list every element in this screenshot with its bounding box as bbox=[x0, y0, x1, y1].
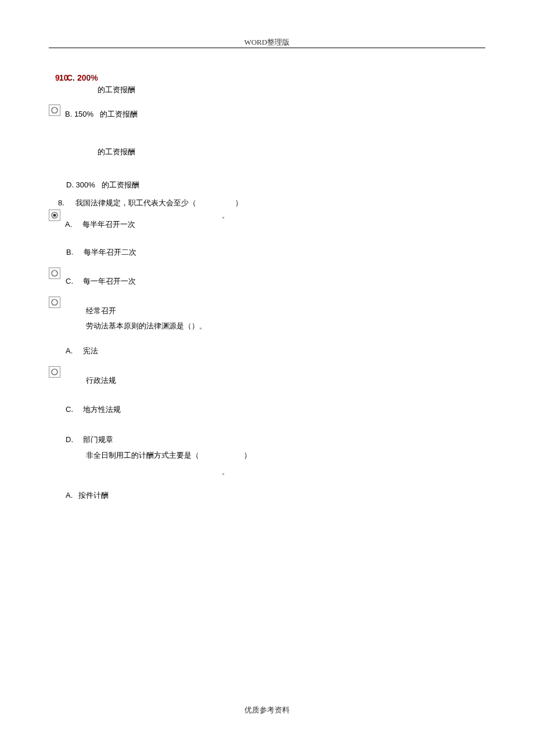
q8-close1: ） bbox=[235, 198, 243, 208]
q7-opta-tail: 的工资报酬 bbox=[98, 85, 135, 95]
q7-optb: B. 150% 的工资报酬 bbox=[65, 109, 138, 120]
radio-selected-icon[interactable] bbox=[49, 209, 63, 222]
q7-optd-label: D. 300% bbox=[66, 180, 95, 189]
page-header: WORD整理版 bbox=[0, 37, 534, 48]
q8-close2: 。 bbox=[222, 210, 229, 220]
q10-opta: A. 按件计酬 bbox=[66, 490, 109, 501]
q10-stem: 非全日制用工的计酬方式主要是（ bbox=[86, 450, 199, 461]
q10-close2: 。 bbox=[222, 466, 229, 477]
q9-optb-text: 行政法规 bbox=[86, 375, 116, 386]
header-underline bbox=[49, 48, 485, 48]
q7-optd-tail: 的工资报酬 bbox=[102, 180, 139, 189]
q7-optd: D. 300% 的工资报酬 bbox=[66, 180, 139, 190]
radio-unselected-icon[interactable] bbox=[49, 296, 63, 309]
svg-rect-10 bbox=[49, 297, 60, 308]
q10-close1: ） bbox=[244, 450, 251, 461]
q8-optc: C. 每一年召开一次 bbox=[66, 276, 136, 287]
q8-optb: B. 每半年召开二次 bbox=[66, 247, 136, 258]
red-overlay-c200: C. 200% bbox=[67, 73, 98, 82]
svg-rect-7 bbox=[49, 268, 60, 279]
radio-unselected-icon[interactable] bbox=[49, 104, 63, 117]
q7-optc-tail: 的工资报酬 bbox=[98, 147, 135, 157]
q8-optd-text: 经常召开 bbox=[86, 306, 116, 316]
q8-opta: A. 每半年召开一次 bbox=[65, 219, 135, 230]
q9-opta: A. 宪法 bbox=[66, 346, 98, 356]
q9-stem: 劳动法基本原则的法律渊源是（）。 bbox=[86, 321, 207, 331]
q8-stem: 我国法律规定，职工代表大会至少（ bbox=[75, 198, 196, 208]
q8-number: 8. bbox=[58, 198, 64, 208]
radio-unselected-icon[interactable] bbox=[49, 366, 63, 379]
radio-unselected-icon[interactable] bbox=[49, 267, 63, 280]
q7-optb-tail: 的工资报酬 bbox=[100, 110, 138, 118]
svg-point-6 bbox=[53, 214, 56, 217]
svg-rect-0 bbox=[49, 105, 60, 116]
svg-rect-13 bbox=[49, 367, 60, 378]
q9-optc: C. 地方性法规 bbox=[66, 404, 121, 415]
page-footer: 优质参考资料 bbox=[0, 705, 534, 715]
q9-optd: D. 部门规章 bbox=[66, 435, 113, 445]
q7-optb-label: B. 150% bbox=[65, 110, 93, 118]
